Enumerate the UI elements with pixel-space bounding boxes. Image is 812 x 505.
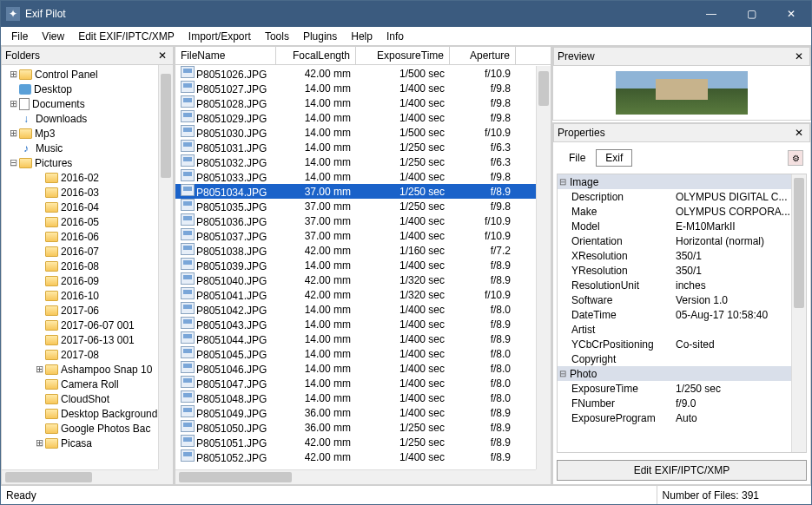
tree-item[interactable]: 2016-08	[2, 259, 158, 273]
tree-hscroll[interactable]	[2, 469, 158, 484]
tree-item[interactable]: 2017-06	[2, 303, 158, 318]
col-filename[interactable]: FileName	[175, 47, 276, 64]
tree-item[interactable]: 2016-09	[2, 273, 158, 288]
tree-item[interactable]: ♪Music	[2, 141, 158, 155]
table-row[interactable]: P8051026.JPG42.00 mm1/500 secf/10.9	[175, 66, 536, 81]
table-row[interactable]: P8051028.JPG14.00 mm1/400 secf/9.8	[175, 95, 536, 110]
tree-item[interactable]: ⊞Control Panel	[2, 67, 158, 82]
tree-item[interactable]: ⊞Mp3	[2, 126, 158, 141]
collapse-icon[interactable]: ⊟	[559, 177, 570, 187]
table-row[interactable]: P8051030.JPG14.00 mm1/500 secf/10.9	[175, 125, 536, 140]
table-row[interactable]: P8051031.JPG14.00 mm1/250 secf/6.3	[175, 140, 536, 154]
menu-file[interactable]: File	[4, 29, 35, 44]
prop-row[interactable]: FNumberf/9.0	[558, 396, 791, 410]
table-row[interactable]: P8051050.JPG36.00 mm1/250 secf/8.9	[175, 420, 536, 435]
table-row[interactable]: P8051043.JPG14.00 mm1/400 secf/8.9	[175, 317, 536, 331]
table-row[interactable]: P8051036.JPG37.00 mm1/400 secf/10.9	[175, 213, 536, 228]
col-focallength[interactable]: FocalLength	[276, 47, 356, 64]
table-row[interactable]: P8051046.JPG14.00 mm1/400 secf/8.0	[175, 361, 536, 376]
menu-help[interactable]: Help	[344, 29, 380, 44]
table-row[interactable]: P8051042.JPG14.00 mm1/400 secf/8.0	[175, 302, 536, 317]
tree-item[interactable]: 2016-10	[2, 288, 158, 303]
table-row[interactable]: P8051052.JPG42.00 mm1/400 secf/8.9	[175, 449, 536, 464]
expand-icon[interactable]: ⊞	[33, 364, 45, 375]
tree-item[interactable]: ⊞Ashampoo Snap 10	[2, 362, 158, 377]
tree-item[interactable]: 2016-05	[2, 214, 158, 229]
table-row[interactable]: P8051045.JPG14.00 mm1/400 secf/8.0	[175, 346, 536, 361]
tree-item[interactable]: ⊞Documents	[2, 96, 158, 111]
edit-exif-button[interactable]: Edit EXIF/IPTC/XMP	[557, 460, 807, 481]
tree-item[interactable]: 2016-02	[2, 170, 158, 185]
collapse-icon[interactable]: ⊟	[559, 369, 570, 378]
menu-plugins[interactable]: Plugins	[296, 29, 344, 44]
tree-item[interactable]: Camera Roll	[2, 377, 158, 391]
prop-row[interactable]: YResolution350/1	[558, 263, 791, 278]
tab-file[interactable]: File	[560, 150, 594, 166]
expand-icon[interactable]: ⊞	[7, 128, 19, 139]
table-row[interactable]: P8051049.JPG36.00 mm1/400 secf/8.9	[175, 405, 536, 420]
expand-icon[interactable]: ⊞	[7, 69, 19, 80]
prop-category[interactable]: ⊟Photo	[558, 366, 791, 381]
prop-row[interactable]: XResolution350/1	[558, 248, 791, 263]
configure-columns-icon[interactable]: ⚙	[788, 150, 803, 166]
table-row[interactable]: P8051040.JPG42.00 mm1/320 secf/8.9	[175, 272, 536, 287]
tab-exif[interactable]: Exif	[596, 149, 632, 167]
tree-item[interactable]: Google Photos Bac	[2, 421, 158, 436]
col-exposuretime[interactable]: ExposureTime	[356, 47, 450, 64]
tree-item[interactable]: 2017-06-13 001	[2, 332, 158, 347]
properties-close-icon[interactable]: ✕	[792, 126, 806, 140]
menu-import-export[interactable]: Import/Export	[182, 29, 258, 44]
folders-close-icon[interactable]: ✕	[155, 49, 169, 62]
menu-edit-exif-iptc-xmp[interactable]: Edit EXIF/IPTC/XMP	[71, 29, 182, 44]
table-row[interactable]: P8051038.JPG42.00 mm1/160 secf/7.2	[175, 243, 536, 258]
table-row[interactable]: P8051037.JPG37.00 mm1/400 secf/10.9	[175, 228, 536, 243]
tree-item[interactable]: 2017-08	[2, 347, 158, 362]
tree-item[interactable]: 2016-03	[2, 185, 158, 200]
tree-item[interactable]: 2016-04	[2, 200, 158, 214]
table-row[interactable]: P8051041.JPG42.00 mm1/320 secf/10.9	[175, 287, 536, 302]
table-row[interactable]: P8051035.JPG37.00 mm1/250 secf/9.8	[175, 199, 536, 213]
prop-row[interactable]: SoftwareVersion 1.0	[558, 292, 791, 307]
close-button[interactable]: ✕	[771, 1, 811, 27]
expand-icon[interactable]: ⊞	[33, 437, 45, 449]
prop-row[interactable]: ExposureTime1/250 sec	[558, 381, 791, 396]
tree-item[interactable]: 2016-06	[2, 229, 158, 244]
tree-item[interactable]: Desktop Background	[2, 406, 158, 421]
prop-row[interactable]: YCbCrPositioningCo-sited	[558, 337, 791, 351]
prop-row[interactable]: DescriptionOLYMPUS DIGITAL C...	[558, 189, 791, 204]
tree-item[interactable]: CloudShot	[2, 391, 158, 406]
tree-vscroll[interactable]	[158, 65, 173, 469]
prop-row[interactable]: ResolutionUnitinches	[558, 278, 791, 292]
grid-hscroll[interactable]	[175, 469, 536, 484]
prop-row[interactable]: MakeOLYMPUS CORPORA...	[558, 204, 791, 219]
tree-item[interactable]: Desktop	[2, 82, 158, 96]
minimize-button[interactable]: —	[691, 1, 731, 27]
tree-item[interactable]: 2016-07	[2, 244, 158, 259]
prop-category[interactable]: ⊟Image	[558, 174, 791, 189]
tree-item[interactable]: 2017-06-07 001	[2, 318, 158, 332]
table-row[interactable]: P8051034.JPG37.00 mm1/250 secf/8.9	[175, 184, 536, 199]
table-row[interactable]: P8051039.JPG14.00 mm1/400 secf/8.9	[175, 258, 536, 272]
maximize-button[interactable]: ▢	[731, 1, 771, 27]
prop-row[interactable]: ModelE-M10MarkII	[558, 219, 791, 233]
col-aperture[interactable]: Aperture	[450, 47, 516, 64]
table-row[interactable]: P8051033.JPG14.00 mm1/400 secf/9.8	[175, 169, 536, 184]
prop-row[interactable]: Copyright	[558, 351, 791, 366]
table-row[interactable]: P8051051.JPG42.00 mm1/250 secf/8.9	[175, 435, 536, 449]
prop-row[interactable]: ExposureProgramAuto	[558, 410, 791, 425]
grid-vscroll[interactable]	[536, 66, 551, 469]
menu-info[interactable]: Info	[380, 29, 411, 44]
tree-item[interactable]: ⊞Picasa	[2, 436, 158, 450]
preview-close-icon[interactable]: ✕	[792, 49, 806, 63]
collapse-icon[interactable]: ⊟	[7, 157, 19, 168]
table-row[interactable]: P8051027.JPG14.00 mm1/400 secf/9.8	[175, 81, 536, 95]
prop-row[interactable]: Artist	[558, 322, 791, 337]
tree-item[interactable]: ⊟Pictures	[2, 155, 158, 170]
menu-view[interactable]: View	[35, 29, 71, 44]
prop-row[interactable]: OrientationHorizontal (normal)	[558, 233, 791, 248]
table-row[interactable]: P8051032.JPG14.00 mm1/250 secf/6.3	[175, 154, 536, 169]
table-row[interactable]: P8051047.JPG14.00 mm1/400 secf/8.0	[175, 376, 536, 390]
prop-row[interactable]: DateTime05-Aug-17 10:58:40	[558, 307, 791, 322]
expand-icon[interactable]: ⊞	[7, 98, 19, 109]
table-row[interactable]: P8051044.JPG14.00 mm1/400 secf/8.9	[175, 331, 536, 346]
